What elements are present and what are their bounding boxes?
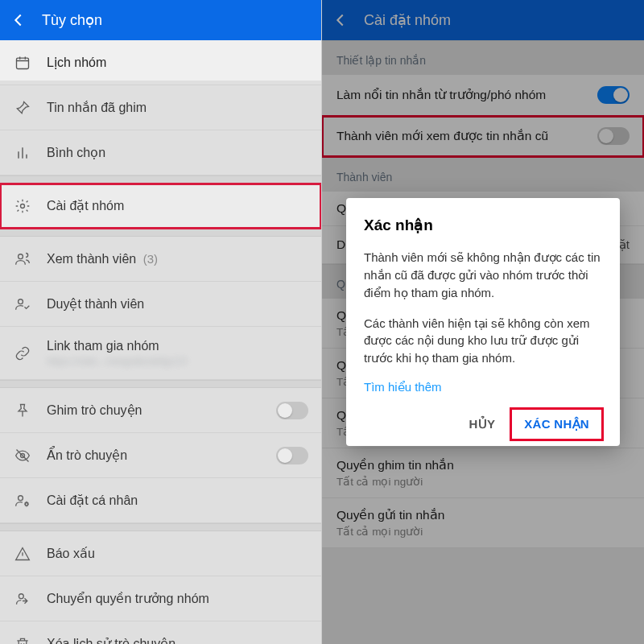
cancel-button[interactable]: HỦY (456, 409, 509, 440)
back-icon[interactable] (10, 11, 27, 29)
options-screen: Tùy chọn Lịch nhóm Tin nhắn đã ghim Bình… (0, 0, 322, 644)
row-label: Lịch nhóm (47, 55, 308, 70)
confirm-dialog: Xác nhận Thành viên mới sẽ không nhận đư… (346, 198, 620, 446)
header-title: Tùy chọn (42, 11, 102, 29)
learn-more-link[interactable]: Tìm hiểu thêm (364, 380, 442, 394)
dialog-actions: HỦY XÁC NHẬN (364, 406, 602, 440)
row-group-calendar[interactable]: Lịch nhóm (0, 40, 321, 85)
confirm-button[interactable]: XÁC NHẬN (511, 409, 602, 440)
dialog-paragraph-1: Thành viên mới sẽ không nhận được các ti… (364, 249, 602, 301)
dialog-title: Xác nhận (364, 216, 602, 234)
header-bar: Tùy chọn (0, 0, 321, 40)
dim-overlay (0, 80, 321, 644)
dialog-paragraph-2: Các thành viên hiện tại sẽ không còn xem… (364, 315, 602, 367)
svg-rect-0 (17, 58, 29, 68)
group-settings-screen: Cài đặt nhóm Thiết lập tin nhắn Làm nổi … (322, 0, 644, 644)
calendar-icon (13, 53, 32, 72)
dialog-overlay: Xác nhận Thành viên mới sẽ không nhận đư… (322, 0, 644, 644)
